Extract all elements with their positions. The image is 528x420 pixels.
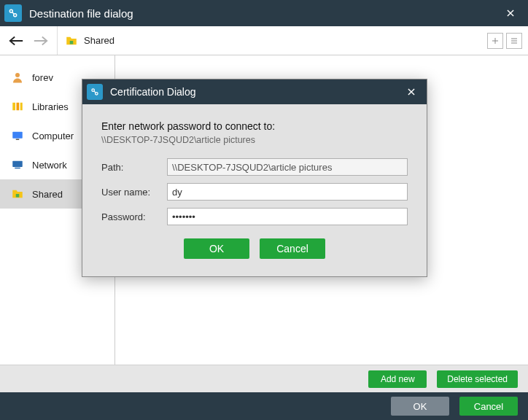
toolbar: Shared — [0, 26, 528, 55]
action-bar: Add new Delete selected — [0, 365, 528, 392]
svg-point-0 — [9, 9, 12, 12]
computer-icon — [10, 128, 25, 143]
dialog-prompt: Enter network password to connect to: — [101, 120, 408, 132]
list-view-icon[interactable] — [506, 33, 522, 49]
toolbar-right — [487, 33, 528, 49]
footer-bar: OK Cancel — [0, 392, 528, 420]
window-title: Destination file dialog — [29, 7, 497, 20]
username-label: User name: — [101, 187, 167, 198]
sidebar-item-label: Computer — [32, 131, 74, 141]
nav-buttons — [0, 26, 58, 55]
back-button[interactable] — [6, 31, 26, 51]
user-icon — [10, 70, 25, 85]
svg-point-3 — [15, 73, 20, 77]
cancel-button[interactable]: Cancel — [459, 397, 518, 416]
dialog-title: Certification Dialog — [110, 86, 400, 98]
svg-rect-2 — [70, 41, 74, 44]
add-icon[interactable] — [487, 33, 503, 49]
svg-rect-9 — [12, 161, 23, 167]
svg-rect-7 — [12, 132, 23, 139]
ok-button[interactable]: OK — [391, 397, 449, 416]
sidebar-item-label: Libraries — [32, 101, 69, 112]
breadcrumb-label: Shared — [84, 35, 114, 46]
shared-icon — [10, 187, 25, 201]
close-icon[interactable] — [400, 81, 422, 103]
titlebar: Destination file dialog — [0, 0, 528, 26]
dialog-cancel-button[interactable]: Cancel — [260, 238, 325, 259]
svg-rect-5 — [17, 103, 20, 111]
username-row: User name: — [101, 183, 408, 201]
network-icon — [10, 158, 25, 172]
svg-point-12 — [96, 93, 98, 95]
app-icon — [87, 84, 103, 100]
app-icon — [4, 4, 22, 22]
dialog-buttons: OK Cancel — [101, 238, 408, 259]
libraries-icon — [10, 99, 25, 114]
svg-point-11 — [92, 89, 95, 92]
svg-rect-8 — [16, 139, 20, 141]
dialog-titlebar: Certification Dialog — [82, 79, 427, 104]
dialog-body: Enter network password to connect to: \\… — [82, 104, 427, 276]
svg-rect-6 — [20, 103, 23, 111]
add-new-button[interactable]: Add new — [368, 370, 427, 388]
certification-dialog: Certification Dialog Enter network passw… — [82, 79, 427, 277]
path-row: Path: — [101, 158, 408, 176]
path-label: Path: — [101, 162, 167, 173]
username-field[interactable] — [167, 183, 408, 201]
password-row: Password: — [101, 208, 408, 225]
svg-rect-4 — [12, 103, 15, 111]
close-icon[interactable] — [497, 0, 524, 26]
forward-button[interactable] — [31, 31, 51, 51]
sidebar-item-label: forev — [32, 72, 53, 83]
password-field[interactable] — [167, 208, 408, 225]
path-field — [167, 158, 408, 176]
breadcrumb[interactable]: Shared — [58, 34, 487, 47]
delete-selected-button[interactable]: Delete selected — [437, 370, 518, 388]
dialog-target-path: \\DESKTOP-7JSQUD2\article pictures — [101, 135, 408, 145]
sidebar-item-label: Shared — [32, 189, 63, 200]
sidebar-item-label: Network — [32, 160, 67, 171]
svg-rect-10 — [16, 194, 20, 198]
shared-folder-icon — [65, 34, 78, 47]
svg-point-1 — [14, 14, 17, 17]
dialog-ok-button[interactable]: OK — [184, 238, 249, 259]
password-label: Password: — [101, 211, 167, 222]
